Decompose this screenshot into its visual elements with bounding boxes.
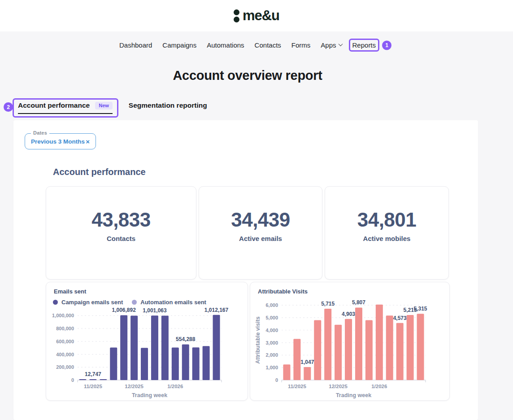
- svg-text:1,000: 1,000: [265, 365, 278, 370]
- svg-text:554,288: 554,288: [176, 336, 196, 342]
- svg-text:5,715: 5,715: [321, 301, 335, 307]
- stat-card-active-mobiles: 34,801 Active mobiles: [325, 186, 449, 280]
- svg-text:0: 0: [71, 377, 74, 383]
- svg-text:12/2025: 12/2025: [125, 384, 143, 389]
- svg-text:2,000: 2,000: [265, 352, 278, 358]
- svg-text:800,000: 800,000: [56, 326, 74, 331]
- svg-text:12/2025: 12/2025: [329, 384, 348, 389]
- clear-filter-icon[interactable]: ×: [86, 138, 90, 145]
- report-tabs: Account performance New Segmentation rep…: [18, 101, 207, 114]
- main-nav: Dashboard Campaigns Automations Contacts…: [0, 39, 495, 51]
- campaign-series-dot-icon: [53, 300, 58, 305]
- svg-text:12,747: 12,747: [85, 371, 101, 377]
- svg-text:1,012,167: 1,012,167: [204, 307, 229, 313]
- emails-sent-chart-title: Emails sent: [54, 288, 86, 295]
- svg-text:200,000: 200,000: [56, 364, 74, 370]
- svg-text:1,001,063: 1,001,063: [143, 307, 167, 314]
- svg-text:5,000: 5,000: [265, 315, 278, 320]
- chevron-down-icon: [338, 42, 343, 46]
- svg-text:Trading week: Trading week: [336, 392, 371, 398]
- automation-series-dot-icon: [132, 300, 137, 305]
- account-overview-report-page: { "header": { "logo_text": "me&u" }, "na…: [0, 0, 513, 420]
- legend-label-campaign: Campaign emails sent: [61, 299, 123, 306]
- stat-card-active-emails: 34,439 Active emails: [199, 186, 322, 280]
- meandu-logo[interactable]: me&u: [234, 8, 279, 24]
- svg-text:3,000: 3,000: [265, 340, 278, 346]
- dates-filter-chip[interactable]: Dates Previous 3 Months ×: [25, 133, 96, 149]
- svg-text:0: 0: [275, 377, 278, 383]
- nav-item-contacts[interactable]: Contacts: [254, 39, 282, 51]
- new-badge: New: [95, 102, 113, 109]
- logo-dots-icon: [234, 9, 239, 22]
- nav-item-forms[interactable]: Forms: [291, 39, 312, 51]
- svg-text:1/2026: 1/2026: [371, 384, 387, 389]
- nav-item-automations[interactable]: Automations: [206, 39, 245, 51]
- dates-filter-label: Dates: [31, 130, 49, 136]
- svg-text:Trading week: Trading week: [132, 392, 167, 398]
- top-header: me&u: [0, 0, 513, 31]
- svg-text:6,000: 6,000: [265, 302, 278, 308]
- svg-text:11/2025: 11/2025: [288, 384, 307, 389]
- tab-account-performance[interactable]: Account performance New: [18, 101, 113, 114]
- legend-label-automation: Automation emails sent: [140, 299, 206, 306]
- annotation-badge-2: 2: [4, 102, 13, 112]
- stat-value-active-emails: 34,439: [231, 209, 290, 231]
- nav-item-campaigns[interactable]: Campaigns: [161, 39, 197, 51]
- attributable-visits-chart-card: 01,0002,0003,0004,0005,0006,0001,0475,71…: [250, 282, 450, 401]
- nav-item-apps-label: Apps: [321, 41, 336, 49]
- svg-text:5,807: 5,807: [352, 299, 365, 306]
- logo-text: me&u: [243, 8, 279, 24]
- svg-text:4,903: 4,903: [342, 311, 355, 317]
- attributable-visits-chart-title: Attributable Visits: [258, 288, 308, 295]
- svg-text:Attributable visits: Attributable visits: [255, 316, 261, 364]
- svg-text:11/2025: 11/2025: [84, 384, 103, 389]
- svg-text:4,000: 4,000: [265, 328, 278, 333]
- stat-card-contacts: 43,833 Contacts: [46, 186, 196, 280]
- dates-filter-value: Previous 3 Months: [31, 138, 85, 145]
- svg-text:600,000: 600,000: [56, 339, 74, 344]
- nav-item-reports[interactable]: Reports: [352, 39, 377, 51]
- svg-text:1,047: 1,047: [300, 359, 314, 365]
- emails-sent-chart-card: 0200,000400,000600,000800,0001,000,00012…: [46, 282, 248, 401]
- report-content-panel: Dates Previous 3 Months × Account perfor…: [13, 120, 478, 420]
- stat-label-active-mobiles: Active mobiles: [363, 235, 411, 242]
- nav-item-apps[interactable]: Apps: [320, 39, 343, 51]
- page-title: Account overview report: [0, 68, 495, 83]
- svg-text:1,000,000: 1,000,000: [52, 313, 74, 318]
- tab-segmentation-reporting[interactable]: Segmentation reporting: [129, 101, 207, 113]
- svg-text:1/2026: 1/2026: [167, 384, 183, 389]
- stat-label-active-emails: Active emails: [239, 235, 282, 242]
- svg-text:1,006,892: 1,006,892: [112, 307, 136, 313]
- stat-value-active-mobiles: 34,801: [357, 209, 417, 231]
- tab-account-performance-label: Account performance: [18, 101, 90, 109]
- legend-item-campaign: Campaign emails sent: [53, 299, 123, 306]
- svg-text:400,000: 400,000: [56, 352, 74, 357]
- svg-text:4,573: 4,573: [393, 315, 407, 321]
- svg-text:5,315: 5,315: [414, 306, 427, 312]
- annotation-badge-1: 1: [382, 40, 391, 50]
- emails-sent-legend: Campaign emails sent Automation emails s…: [53, 299, 206, 306]
- stat-cards-row: 43,833 Contacts 34,439 Active emails 34,…: [46, 186, 449, 280]
- stat-value-contacts: 43,833: [91, 209, 151, 231]
- section-title: Account performance: [53, 167, 146, 177]
- chart-cards-row: 0200,000400,000600,000800,0001,000,00012…: [46, 282, 450, 401]
- nav-item-dashboard[interactable]: Dashboard: [118, 39, 153, 51]
- stat-label-contacts: Contacts: [107, 235, 135, 242]
- legend-item-automation: Automation emails sent: [132, 299, 206, 306]
- attributable-visits-bar-chart: 01,0002,0003,0004,0005,0006,0001,0475,71…: [250, 282, 450, 401]
